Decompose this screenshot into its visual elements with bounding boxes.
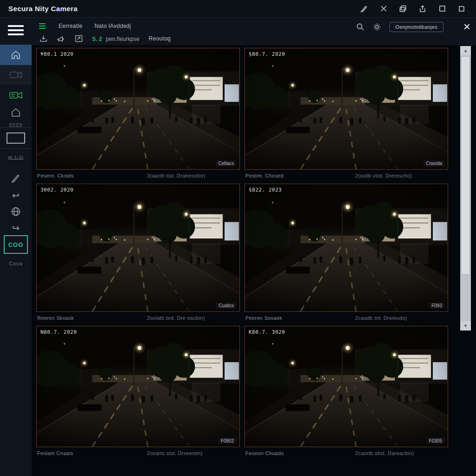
window-icon[interactable]: [457, 5, 466, 13]
scrollbar-thumb[interactable]: [461, 56, 470, 275]
globe-icon: [11, 206, 21, 217]
toolbar-right: Oenjmototibanjes: [356, 22, 443, 32]
camera-id-badge[interactable]: F0305: [426, 438, 445, 444]
sidebar-item-edit[interactable]: [0, 171, 32, 185]
street-scene: [37, 326, 239, 447]
menu-bar: [8, 33, 24, 35]
caption-label: Peeren Sosaek: [245, 315, 282, 321]
caption-label: Feooon Chuads: [245, 450, 284, 456]
camera-feed-image[interactable]: ¥80.1 2020 Celtacs: [36, 48, 240, 170]
camera-feed-image[interactable]: K80.7. 3020 F0305: [245, 326, 448, 447]
camera-caption: Reeren Skoask 2oslatb brd. Dre eacbin): [36, 315, 240, 323]
sidebar-item-reply[interactable]: ↩: [0, 221, 32, 234]
sidebar-item-link[interactable]: COO: [0, 234, 32, 255]
camera-id-badge[interactable]: Celtacs: [216, 160, 237, 166]
menu-icon[interactable]: [0, 22, 32, 38]
street-scene: [37, 48, 239, 169]
sidebar-item-camcorder[interactable]: [0, 87, 32, 103]
camera-tile[interactable]: K80.7. 3020 F0305 Feooon Chuads 2caortb …: [245, 326, 448, 458]
link-icon: COO: [4, 235, 28, 254]
sidebar-label-cova[interactable]: Cova: [0, 259, 32, 268]
sidebar-item-home-alt[interactable]: [0, 105, 32, 120]
caption-detail: 2osarts stxt. Drxeenim): [147, 450, 203, 456]
camera-tile[interactable]: N80.7. 2020 F0902 Feslam Cnaais 2osarts …: [36, 326, 240, 458]
home-icon: [10, 49, 21, 60]
camera-feed-image[interactable]: N80.7. 2020 F0902: [36, 326, 240, 447]
timestamp-overlay: §80.7. 2020: [249, 51, 285, 57]
toolbar-row1: Eerreatle Nato lAvddedj: [38, 20, 131, 32]
list-icon[interactable]: [38, 22, 46, 30]
camera-feed-image[interactable]: 3002. 2020 Custics: [36, 184, 240, 312]
street-scene: [245, 184, 448, 311]
caption-detail: 2caortb stist. Dareacbin): [355, 450, 414, 456]
titlebar-icons: [360, 5, 468, 13]
camera-caption: Peeren Sosaek 2caadb tnt. Dreieuds): [245, 315, 448, 323]
camera-feed-image[interactable]: §822. 2023 F093: [245, 184, 448, 312]
camera-caption: Feslam Cnaais 2osarts stxt. Drxeenim): [36, 450, 240, 458]
pencil-icon: [11, 173, 21, 183]
camera-id-badge[interactable]: Custics: [216, 303, 237, 309]
notifications-button[interactable]: Oenjmototibanjes: [390, 22, 443, 32]
pen-icon[interactable]: [360, 5, 368, 13]
timestamp-overlay: ¥80.1 2020: [40, 51, 73, 57]
camcorder-icon: [9, 91, 22, 99]
sidebar-item-monitor[interactable]: [0, 127, 32, 149]
scroll-up-icon[interactable]: ▲: [460, 46, 471, 55]
sidebar-item-home[interactable]: [0, 45, 32, 65]
gear-icon[interactable]: [373, 23, 381, 31]
camera-icon: [10, 71, 22, 79]
download-icon[interactable]: [39, 35, 47, 42]
toolbar-row2: S. 2 pen.fleurkpse Reoutog: [39, 33, 171, 44]
camera-tile[interactable]: 3002. 2020 Custics Reeren Skoask 2oslatb…: [36, 184, 240, 323]
menu-item-2[interactable]: Nato lAvddedj: [94, 23, 131, 29]
caption-detail: 2caadb tnt. Dreieuds): [355, 315, 407, 321]
street-scene: [37, 184, 239, 311]
content-area: Eerreatle Nato lAvddedj S. 2 pen.fleurkp…: [32, 18, 476, 476]
close-icon[interactable]: [379, 5, 388, 13]
camera-caption: Feooon Chuads 2caortb stist. Dareacbin): [245, 450, 448, 458]
restore-window-icon[interactable]: [399, 5, 407, 13]
undo-icon: ↩: [12, 190, 20, 201]
sidebar-item-camera[interactable]: [0, 65, 32, 85]
sidebar-item-globe[interactable]: [0, 205, 32, 218]
camera-id-badge[interactable]: F0902: [218, 438, 237, 444]
caption-label: Reeren Skoask: [37, 315, 74, 321]
search-icon[interactable]: [356, 23, 364, 31]
street-scene: [245, 326, 448, 447]
maximize-icon[interactable]: [438, 5, 446, 13]
caption-label: Pesern. Ckoids: [37, 173, 74, 178]
sidebar-label-at11[interactable]: at 1-1t: [0, 152, 32, 162]
status-code: S. 2: [92, 36, 102, 42]
timestamp-overlay: §822. 2023: [249, 187, 282, 193]
reply-icon: ↩: [12, 223, 20, 233]
camera-tile[interactable]: §80.7. 2020 Cosoda Pestim. Chosed 2(soil…: [245, 48, 448, 180]
sidebar: 0223 at 1-1t ↩ ↩ COO Cova: [0, 18, 32, 476]
sidebar-item-undo[interactable]: ↩: [0, 189, 32, 202]
timestamp-overlay: N80.7. 2020: [40, 329, 77, 335]
menu-item-1[interactable]: Eerreatle: [59, 23, 82, 29]
camera-caption: Pestim. Chosed 2(soilb viist. Drereschi(…: [245, 173, 448, 180]
camera-feed-image[interactable]: §80.7. 2020 Cosoda: [245, 48, 448, 170]
app-title: Secura Nity Camera: [8, 5, 78, 13]
caption-label: Pestim. Chosed: [245, 173, 284, 178]
caption-detail: 2oslatb brd. Dre eacbin): [147, 315, 205, 321]
camera-tile[interactable]: §822. 2023 F093 Peeren Sosaek 2caadb tnt…: [245, 184, 448, 323]
megaphone-icon[interactable]: [57, 35, 65, 42]
street-scene: [245, 48, 448, 169]
caption-detail: 2(soilb viist. Drereschi(): [355, 173, 412, 178]
recording-label[interactable]: Reoutog: [149, 35, 171, 42]
security-camera-app: Secura Nity Camera: [0, 0, 476, 476]
caption-detail: 3(aacth tist. Dratressfor): [147, 173, 205, 178]
scroll-down-icon[interactable]: ▼: [460, 321, 471, 331]
camera-id-badge[interactable]: Cosoda: [423, 160, 445, 166]
camera-caption: Pesern. Ckoids 3(aacth tist. Dratressfor…: [36, 173, 240, 180]
close-panel-icon[interactable]: ×: [463, 20, 470, 33]
camera-tile[interactable]: ¥80.1 2020 Celtacs Pesern. Ckoids 3(aact…: [36, 48, 240, 180]
timestamp-overlay: 3002. 2020: [40, 187, 73, 193]
camera-id-badge[interactable]: F093: [429, 303, 445, 309]
image-export-icon[interactable]: [74, 35, 83, 42]
camera-wall: ¥80.1 2020 Celtacs Pesern. Ckoids 3(aact…: [32, 46, 476, 476]
scrollbar[interactable]: ▲ ▼: [460, 46, 471, 331]
camera-grid: ¥80.1 2020 Celtacs Pesern. Ckoids 3(aact…: [36, 48, 448, 458]
share-icon[interactable]: [418, 5, 427, 13]
